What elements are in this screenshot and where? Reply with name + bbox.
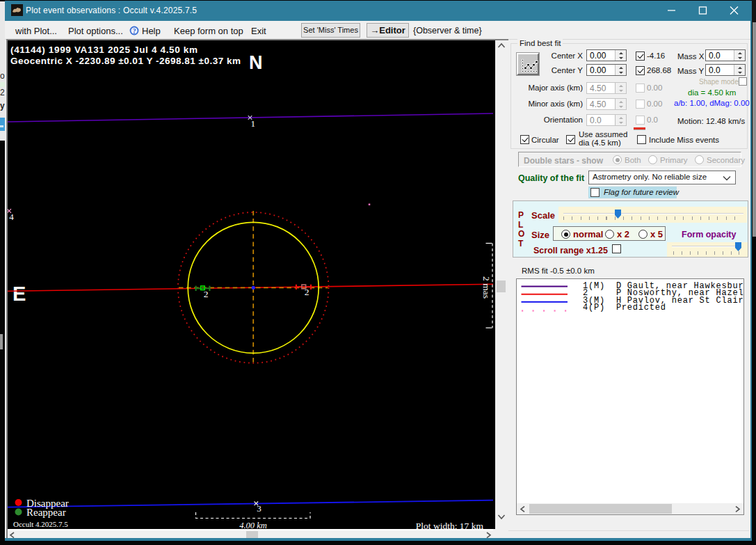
svg-text:E: E	[13, 283, 26, 305]
svg-text:2: 2	[305, 287, 309, 297]
svg-text:2 mas: 2 mas	[481, 276, 492, 299]
svg-text:3: 3	[257, 503, 262, 514]
svg-text:2: 2	[204, 289, 209, 299]
svg-text:Reappear: Reappear	[26, 507, 66, 518]
svg-text:?: ?	[133, 28, 136, 35]
svg-text:(41144) 1999 VA131 2025 Jul 4: (41144) 1999 VA131 2025 Jul 4 4.50 km	[10, 45, 198, 55]
svg-text:1: 1	[251, 118, 256, 129]
svg-text:N: N	[249, 52, 263, 73]
svg-text:4.00 km: 4.00 km	[239, 521, 267, 530]
svg-text:4: 4	[9, 212, 14, 222]
svg-text:Geocentric X -2230.89 ±0.01: Geocentric X -2230.89 ±0.01 Y -2698.81 ±…	[10, 56, 241, 66]
svg-text:Occult 4.2025.7.5: Occult 4.2025.7.5	[13, 520, 68, 528]
svg-text:Plot width: 17 km: Plot width: 17 km	[416, 521, 484, 530]
